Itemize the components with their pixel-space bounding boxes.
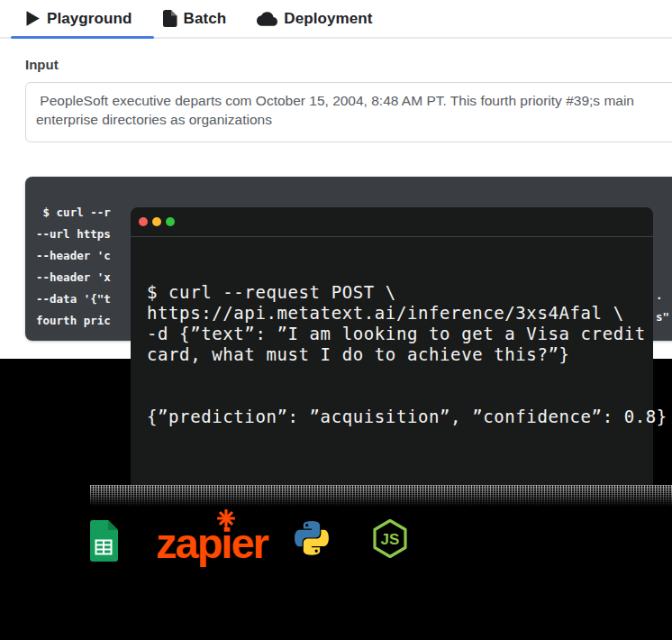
code-right-fragment: s"	[656, 310, 669, 324]
tab-deployment[interactable]: Deployment	[257, 10, 372, 28]
maximize-window-icon[interactable]	[166, 217, 175, 226]
zapier-logo: zapier	[156, 521, 264, 571]
dissolve-noise-edge	[90, 485, 672, 509]
google-sheets-logo	[90, 520, 118, 565]
input-label: Input	[25, 57, 59, 72]
nodejs-hexagon-icon: JS	[372, 518, 408, 559]
zapier-wordmark: zapier	[156, 519, 268, 567]
input-textbox[interactable]: PeopleSoft executive departs com October…	[25, 82, 672, 142]
tab-batch[interactable]: Batch	[163, 10, 227, 28]
python-logo	[295, 521, 329, 559]
tab-playground-label: Playground	[47, 10, 132, 28]
play-icon	[25, 10, 41, 27]
google-sheets-icon	[90, 520, 118, 562]
minimize-window-icon[interactable]	[152, 217, 161, 226]
terminal-body: $ curl --request POST \ https://api.meta…	[131, 237, 653, 427]
tab-playground[interactable]: Playground	[25, 10, 132, 28]
cloud-icon	[257, 12, 277, 26]
code-right-fragment: .	[656, 288, 663, 302]
terminal-window: $ curl --request POST \ https://api.meta…	[131, 207, 653, 491]
terminal-output: $ curl --request POST \ https://api.meta…	[147, 282, 646, 427]
input-text-line-1: PeopleSoft executive departs com October…	[36, 91, 671, 110]
tab-bar: Playground Batch Deployment	[0, 0, 672, 39]
input-text-line-2: enterprise directories as organizations	[36, 110, 671, 129]
zapier-asterisk-icon	[217, 509, 235, 527]
tab-batch-label: Batch	[184, 10, 227, 28]
terminal-titlebar	[131, 207, 653, 237]
nodejs-logo: JS	[372, 518, 408, 562]
nodejs-js-text: JS	[381, 531, 400, 548]
close-window-icon[interactable]	[139, 217, 148, 226]
python-icon	[295, 521, 329, 555]
tab-deployment-label: Deployment	[284, 10, 372, 28]
playground-screen: Playground Batch Deployment Input People…	[0, 0, 672, 640]
document-icon	[163, 10, 177, 27]
active-tab-underline	[11, 36, 154, 39]
